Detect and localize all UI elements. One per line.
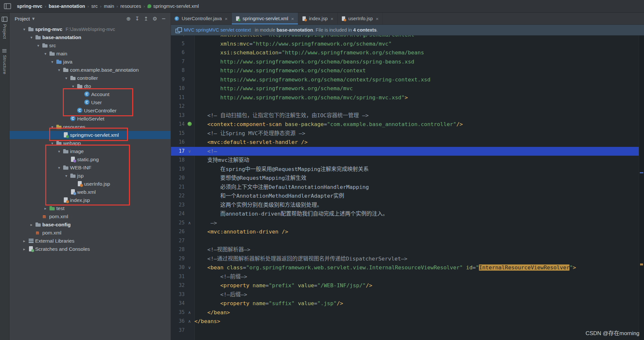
tree-item-main[interactable]: ▾main bbox=[9, 50, 171, 58]
tree-item-resources[interactable]: ▾resources bbox=[9, 123, 171, 131]
code-line-10[interactable]: 10 http://www.springframework.org/schema… bbox=[171, 84, 639, 93]
hide-icon[interactable]: ─ bbox=[159, 16, 168, 22]
code-line-13[interactable]: 13 <!— 自动扫描包，让指定包下的注解生效，由IOC容器统一管理 —> bbox=[171, 111, 639, 120]
settings-icon[interactable]: ⚙ bbox=[150, 16, 159, 22]
tree-item-base-annotation[interactable]: ▾base-annotation bbox=[9, 33, 171, 41]
tree-expanded-icon[interactable]: ▾ bbox=[56, 149, 63, 154]
code-line-15[interactable]: 15 <!— 让Spring MVC不处理静态资源 —> bbox=[171, 129, 639, 138]
scrollbar-error-stripe[interactable] bbox=[639, 35, 644, 340]
tab-index-jsp[interactable]: index.jsp× bbox=[298, 13, 338, 24]
code-line-18[interactable]: 18 支持mvc注解驱动 bbox=[171, 156, 639, 165]
code-line-23[interactable]: 23 这两个实例分别在类级别和方法级别处理。 bbox=[171, 201, 639, 210]
code-line-7[interactable]: 7 http://www.springframework.org/schema/… bbox=[171, 57, 639, 66]
toolwindow-project[interactable]: Project bbox=[2, 17, 7, 39]
tree-item-userinfo-jsp[interactable]: userInfo.jsp bbox=[9, 180, 171, 188]
code-line-29[interactable]: 29 <!—通过视图解析器解析处理器返回的逻辑视图名并传递给Dispatcher… bbox=[171, 254, 639, 263]
code-line-11[interactable]: 11 http://www.springframework.org/schema… bbox=[171, 93, 639, 102]
tree-item-external-libraries[interactable]: ▸External Libraries bbox=[9, 237, 171, 245]
code-line-20[interactable]: 20 要想使@RequestMapping注解生效 bbox=[171, 174, 639, 183]
chevron-down-icon[interactable]: ▼ bbox=[32, 17, 35, 21]
fold-down-icon[interactable]: ∨ bbox=[185, 147, 194, 156]
tree-collapsed-icon[interactable]: ▸ bbox=[21, 239, 28, 243]
code-line-24[interactable]: 24 而annotation-driven配置帮助我们自动完成上述两个实例的注入… bbox=[171, 209, 639, 219]
tree-expanded-icon[interactable]: ▾ bbox=[42, 51, 49, 56]
tree-collapsed-icon[interactable]: ▸ bbox=[21, 247, 28, 251]
tree-expanded-icon[interactable]: ▾ bbox=[63, 174, 70, 178]
tab-userinfo-jsp[interactable]: userInfo.jsp× bbox=[338, 13, 383, 24]
tab-usercontroller-java[interactable]: UserController.java× bbox=[171, 13, 232, 24]
close-icon[interactable]: × bbox=[330, 16, 333, 21]
code-line-26[interactable]: 26 <mvc:annotation-driven /> bbox=[171, 227, 639, 236]
tree-collapsed-icon[interactable]: ▸ bbox=[42, 206, 49, 211]
tree-item-jsp[interactable]: ▾jsp bbox=[9, 172, 171, 180]
breadcrumb-item-src[interactable]: src bbox=[90, 4, 99, 9]
tree-item-web-inf[interactable]: ▾WEB-INF bbox=[9, 163, 171, 172]
tree-item-com-example-base-annotation[interactable]: ▾com.example.base_annotation bbox=[9, 66, 171, 74]
code-line-8[interactable]: 8 http://www.springframework.org/schema/… bbox=[171, 66, 639, 75]
window-menu-icon[interactable] bbox=[4, 3, 11, 9]
tree-expanded-icon[interactable]: ▾ bbox=[63, 76, 70, 80]
tree-expanded-icon[interactable]: ▾ bbox=[49, 141, 56, 146]
fold-down-icon[interactable]: ∨ bbox=[185, 263, 194, 272]
spring-icon[interactable] bbox=[185, 120, 194, 129]
breadcrumb-item-spring-mvc[interactable]: spring-mvc bbox=[16, 4, 44, 9]
code-line-30[interactable]: 30∨ <bean class="org.springframework.web… bbox=[171, 263, 639, 272]
banner-context-link[interactable]: MVC springMVC servlet context bbox=[184, 27, 251, 33]
close-icon[interactable]: × bbox=[225, 16, 228, 21]
code-line-12[interactable]: 12 bbox=[171, 102, 639, 111]
fold-up-icon[interactable]: ∧ bbox=[185, 308, 194, 317]
tree-item-src[interactable]: ▾src bbox=[9, 41, 171, 50]
tree-item-controller[interactable]: ▾controller bbox=[9, 74, 171, 82]
tree-expanded-icon[interactable]: ▾ bbox=[49, 60, 56, 64]
code-line-35[interactable]: 35∧ </bean> bbox=[171, 308, 639, 317]
tree-expanded-icon[interactable]: ▾ bbox=[56, 68, 63, 72]
code-line-27[interactable]: 27 bbox=[171, 236, 639, 246]
fold-up-icon[interactable]: ∧ bbox=[185, 317, 194, 326]
tree-collapsed-icon[interactable]: ▸ bbox=[28, 222, 35, 227]
tree-expanded-icon[interactable]: ▾ bbox=[21, 27, 28, 32]
close-icon[interactable]: × bbox=[376, 16, 379, 21]
toolwindow-structure[interactable]: Structure bbox=[2, 49, 7, 74]
tree-item-webapp[interactable]: ▾webapp bbox=[9, 139, 171, 147]
tree-item-web-xml[interactable]: web.xml bbox=[9, 188, 171, 196]
tree-item-usercontroller[interactable]: UserController bbox=[9, 106, 171, 115]
collapse-all-icon[interactable]: ↧ bbox=[133, 16, 142, 22]
tree-item-helloservlet[interactable]: HelloServlet bbox=[9, 115, 171, 123]
tree-item-spring-mvc[interactable]: ▾spring-mvcF:\JavaWeb\spring-mvc bbox=[9, 25, 171, 33]
tree-item-java[interactable]: ▾java bbox=[9, 58, 171, 66]
breadcrumb-item-base-annotation[interactable]: base-annotation bbox=[47, 4, 86, 9]
tree-item-dto[interactable]: ▾dto bbox=[9, 82, 171, 90]
tree-item-base-config[interactable]: ▸base-config bbox=[9, 220, 171, 229]
close-icon[interactable]: × bbox=[291, 16, 294, 21]
tree-item-account[interactable]: Account bbox=[9, 90, 171, 98]
code-line-37[interactable]: 37 bbox=[171, 326, 639, 335]
breadcrumb-item-main[interactable]: main bbox=[103, 4, 115, 9]
tree-item-pom-xml[interactable]: pom.xml bbox=[9, 212, 171, 220]
breadcrumb-item-springmvc-servlet-xml[interactable]: springmvc-servlet.xml bbox=[146, 4, 200, 9]
code-line-9[interactable]: 9 https://www.springframework.org/schema… bbox=[171, 75, 639, 84]
code-line-36[interactable]: 36∧</beans> bbox=[171, 317, 639, 326]
tree-item-scratches-and-consoles[interactable]: ▸Scratches and Consoles bbox=[9, 245, 171, 253]
code-line-21[interactable]: 21 必须向上下文中注册DefaultAnnotationHandlerMapp… bbox=[171, 183, 639, 192]
locate-icon[interactable]: ⊕ bbox=[124, 16, 133, 22]
tree-item-user[interactable]: User bbox=[9, 98, 171, 106]
tree-item-springmvc-servlet-xml[interactable]: springmvc-servlet.xml bbox=[9, 131, 171, 139]
code-line-6[interactable]: 6 xsi:schemaLocation="http://www.springf… bbox=[171, 48, 639, 57]
project-panel-title[interactable]: Project bbox=[15, 16, 30, 21]
tree-item-index-jsp[interactable]: index.jsp bbox=[9, 196, 171, 204]
tree-item-test[interactable]: ▸test bbox=[9, 204, 171, 212]
code-line-34[interactable]: 34 <property name="suffix" value=".jsp"/… bbox=[171, 299, 639, 308]
expand-all-icon[interactable]: ↥ bbox=[142, 16, 150, 22]
code-line-14[interactable]: 14 <context:component-scan base-package=… bbox=[171, 120, 639, 129]
tree-expanded-icon[interactable]: ▾ bbox=[28, 35, 35, 40]
tab-springmvc-servlet-xml[interactable]: springmvc-servlet.xml× bbox=[232, 13, 298, 24]
tree-item-static-png[interactable]: static.png bbox=[9, 155, 171, 163]
tree-expanded-icon[interactable]: ▾ bbox=[35, 43, 42, 48]
code-line-17[interactable]: 17∨ <!— bbox=[171, 147, 639, 156]
tree-expanded-icon[interactable]: ▾ bbox=[70, 84, 77, 89]
code-line-22[interactable]: 22 和一个AnnotationMethodHandlerAdapter实例 bbox=[171, 191, 639, 201]
code-line-4[interactable]: 4 xmlns:context="http://www.springframew… bbox=[171, 35, 639, 39]
code-line-28[interactable]: 28 <!—视图解析器—> bbox=[171, 245, 639, 254]
code-line-16[interactable]: 16 <mvc:default-servlet-handler /> bbox=[171, 138, 639, 147]
code-line-31[interactable]: 31 <!—前缀—> bbox=[171, 272, 639, 281]
